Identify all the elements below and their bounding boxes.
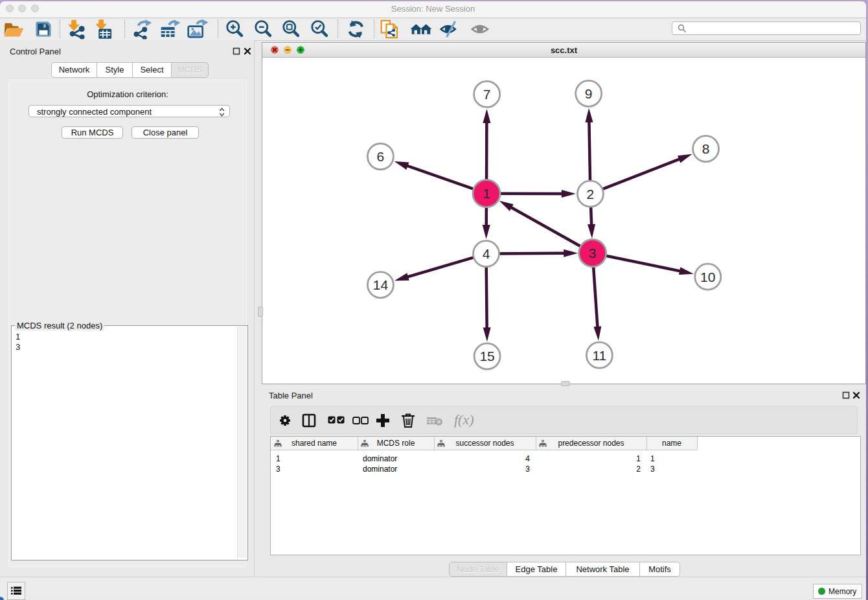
svg-text:7: 7: [483, 87, 491, 102]
svg-text:11: 11: [592, 348, 606, 363]
svg-text:3: 3: [589, 246, 597, 260]
svg-text:14: 14: [373, 277, 389, 292]
svg-text:9: 9: [585, 86, 593, 101]
svg-text:4: 4: [483, 246, 490, 261]
svg-text:1: 1: [483, 186, 490, 201]
svg-text:10: 10: [700, 270, 715, 284]
svg-text:8: 8: [702, 141, 710, 156]
svg-text:2: 2: [587, 187, 595, 202]
svg-text:15: 15: [479, 349, 494, 363]
svg-text:6: 6: [377, 149, 385, 164]
